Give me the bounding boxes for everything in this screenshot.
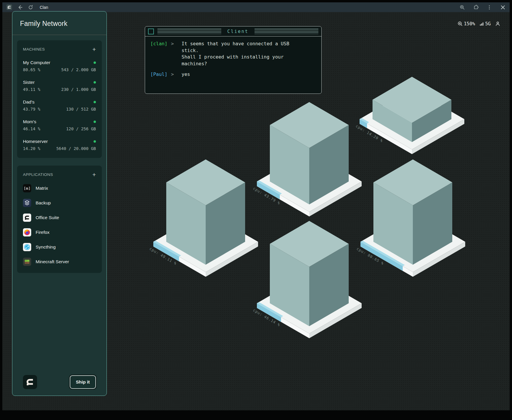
close-icon[interactable] [500,5,506,10]
magnifier-plus-icon [458,21,463,26]
titlebar-lines-left [157,29,221,34]
machine-item-moms[interactable]: Mom's 46.14 %120 / 256 GB [23,119,96,131]
online-dot [94,121,96,123]
app-item-firefox[interactable]: Firefox [23,228,96,236]
reload-icon[interactable] [28,5,33,10]
machine-cpu: 46.14 % [23,126,40,131]
online-dot [94,140,96,143]
machine-cube-homeserver[interactable]: cpu: 14.20 % [355,77,464,154]
message-text: yes [182,71,190,78]
app-item-minecraft-server[interactable]: Minecraft Server [23,258,96,266]
terminal-titlebar[interactable]: Client [145,26,321,36]
machine-name: Homeserver [23,139,48,144]
clan-logo-icon [23,375,37,389]
online-dot [94,61,96,64]
client-terminal-window: Client [clan] > It seems that you have c… [145,26,322,94]
extensions-icon[interactable] [473,5,478,10]
browser-titlebar: Clan [2,2,510,12]
machine-name: My Computer [23,60,50,65]
machine-cpu: 80.65 % [23,67,40,72]
machines-panel: MACHINES + My Computer 80.65 %543 / 2.00… [17,40,102,158]
app-item-matrix[interactable]: [m] Matrix [23,184,96,192]
syncthing-icon [23,243,31,251]
add-application-button[interactable]: + [92,171,96,178]
online-dot [94,81,96,84]
clan-favicon-icon [6,4,12,10]
machine-cube-my-computer[interactable]: cpu: 80.65 % [356,159,465,277]
titlebar-lines-right [255,29,318,34]
minecraft-icon [23,258,31,266]
machine-item-dads[interactable]: Dad's 43.79 %130 / 512 GB [23,99,96,111]
machine-storage: 120 / 256 GB [66,126,96,131]
app-item-office-suite[interactable]: Office Suite [23,214,96,222]
nick-clan: [clan] [150,41,171,67]
machine-item-my-computer[interactable]: My Computer 80.65 %543 / 2.000 GB [23,60,96,72]
machine-cube-dads[interactable]: cpu: 43.79 % [252,102,362,216]
add-machine-button[interactable]: + [92,46,96,52]
menu-kebab-icon[interactable] [487,5,492,10]
machine-cpu: 49.11 % [23,87,40,92]
machine-cube-moms[interactable]: cpu: 46.14 % [252,221,362,338]
machine-storage: 5640 / 20.000 GB [56,146,96,151]
machine-cpu: 43.79 % [23,107,40,111]
machine-storage: 130 / 512 GB [66,107,96,111]
terminal-body: [clan] > It seems that you have connecte… [145,36,321,86]
ship-it-button[interactable]: Ship it [70,375,96,389]
terminal-title: Client [225,29,251,34]
profile-icon[interactable] [495,21,500,26]
network-label: 5G [485,21,491,26]
office-suite-icon [23,214,31,222]
app-item-syncthing[interactable]: Syncthing [23,243,96,251]
backup-icon [23,199,31,207]
online-dot [94,101,96,103]
prompt-gt: > [171,71,182,78]
machines-header: MACHINES [23,47,45,51]
terminal-close-box[interactable] [148,29,154,34]
matrix-icon: [m] [23,184,31,192]
machine-item-sister[interactable]: Sister 49.11 %230 / 1.000 GB [23,80,96,92]
prompt-gt: > [171,41,182,67]
app-item-backup[interactable]: Backup [23,199,96,207]
machine-cube-sister[interactable]: cpu: 49.11 % [149,159,258,277]
machine-storage: 543 / 2.000 GB [61,67,96,72]
machine-name: Mom's [23,119,36,124]
firefox-icon [23,228,31,236]
sidebar-footer: Ship it [17,370,102,396]
zoom-in-icon[interactable] [460,5,465,10]
sidebar: Family Network MACHINES + My Computer 80… [12,11,107,396]
applications-panel: APPLICATIONS + [m] Matrix Backup Office … [17,166,102,273]
zoom-level: 150% [464,21,475,26]
machine-name: Dad's [23,99,34,105]
back-icon[interactable] [17,5,23,10]
sidebar-title: Family Network [12,11,107,35]
message-text: It seems that you have connected a USB s… [182,41,289,67]
page-title: Clan [40,5,48,10]
nick-paul: [Paul] [150,71,171,78]
terminal-message: [Paul] > yes [150,71,316,78]
terminal-message: [clan] > It seems that you have connecte… [150,41,316,67]
machine-item-homeserver[interactable]: Homeserver 14.20 %5640 / 20.000 GB [23,139,96,151]
machine-cpu: 14.20 % [23,146,40,151]
machine-name: Sister [23,80,35,85]
status-indicators: 150% 5G [458,21,500,26]
network-indicator: 5G [480,21,491,26]
zoom-indicator[interactable]: 150% [458,21,475,26]
machine-storage: 230 / 1.000 GB [61,87,96,92]
applications-header: APPLICATIONS [23,172,53,177]
signal-bars-icon [480,22,484,26]
